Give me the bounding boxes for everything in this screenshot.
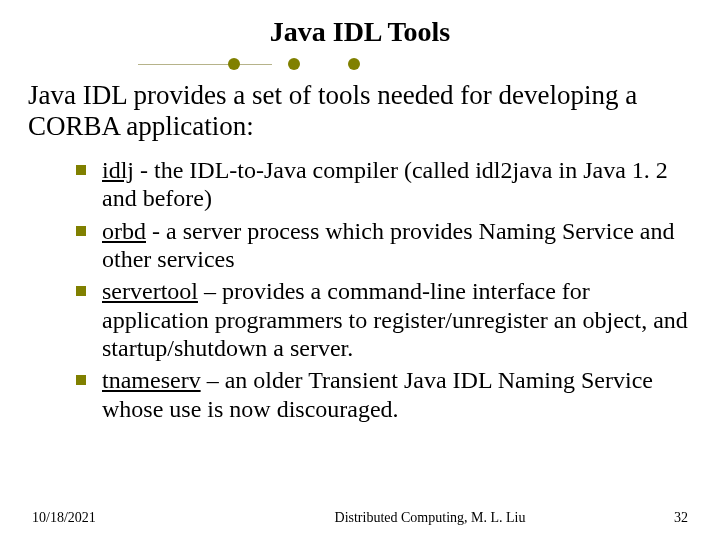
tool-name: orbd xyxy=(102,218,146,244)
title-decoration xyxy=(28,54,692,76)
decoration-line xyxy=(138,64,272,65)
tool-name: idlj xyxy=(102,157,134,183)
footer-page-number: 32 xyxy=(628,510,688,526)
tool-list: idlj - the IDL-to-Java compiler (called … xyxy=(28,156,692,423)
tool-desc: - a server process which provides Naming… xyxy=(102,218,675,272)
list-item: servertool – provides a command-line int… xyxy=(76,277,692,362)
tool-desc: - the IDL-to-Java compiler (called idl2j… xyxy=(102,157,668,211)
tool-name: servertool xyxy=(102,278,198,304)
footer-date: 10/18/2021 xyxy=(32,510,232,526)
tool-name: tnameserv xyxy=(102,367,201,393)
decoration-dot-icon xyxy=(348,58,360,70)
list-item: idlj - the IDL-to-Java compiler (called … xyxy=(76,156,692,213)
list-item: tnameserv – an older Transient Java IDL … xyxy=(76,366,692,423)
intro-text: Java IDL provides a set of tools needed … xyxy=(28,80,692,142)
decoration-dot-icon xyxy=(228,58,240,70)
slide-title: Java IDL Tools xyxy=(28,16,692,48)
slide: Java IDL Tools Java IDL provides a set o… xyxy=(0,0,720,540)
decoration-dot-icon xyxy=(288,58,300,70)
footer-center: Distributed Computing, M. L. Liu xyxy=(232,510,628,526)
footer: 10/18/2021 Distributed Computing, M. L. … xyxy=(0,510,720,526)
list-item: orbd - a server process which provides N… xyxy=(76,217,692,274)
